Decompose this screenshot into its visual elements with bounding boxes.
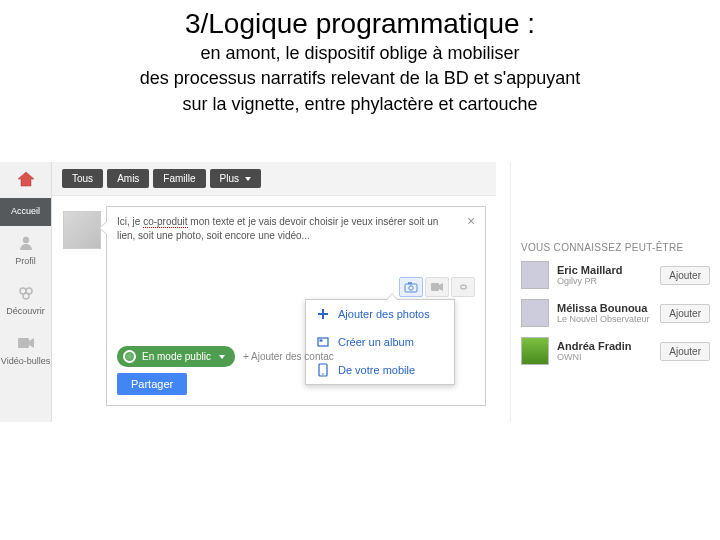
tab-famille[interactable]: Famille xyxy=(153,169,205,188)
sidebar-item-profil[interactable]: Profil xyxy=(0,226,51,276)
attach-photo-button[interactable] xyxy=(399,277,423,297)
visibility-pill[interactable]: En mode public xyxy=(117,346,235,367)
stream-tabs: Tous Amis Famille Plus xyxy=(52,162,496,196)
share-row: Partager xyxy=(117,373,187,395)
avatar xyxy=(521,299,549,327)
sidebar-item-accueil[interactable]: Accueil xyxy=(0,198,51,226)
left-sidebar: Accueil Profil Découvrir Vidéo-bulles xyxy=(0,162,52,422)
tab-plus[interactable]: Plus xyxy=(210,169,261,188)
visibility-label: En mode public xyxy=(142,351,211,362)
visibility-row: En mode public + Ajouter des contac xyxy=(117,346,334,367)
slide-subtitle-2: des processus narratifs relevant de la B… xyxy=(0,67,720,90)
composer-text[interactable]: Ici, je co-produit mon texte et je vais … xyxy=(107,207,485,251)
add-button[interactable]: Ajouter xyxy=(660,266,710,285)
attach-link-button[interactable] xyxy=(451,277,475,297)
person-org: Le Nouvel Observateur xyxy=(557,314,652,324)
person-org: OWNI xyxy=(557,352,652,362)
add-button[interactable]: Ajouter xyxy=(660,342,710,361)
camera-icon xyxy=(404,281,418,293)
home-icon xyxy=(16,170,36,188)
svg-point-12 xyxy=(322,373,324,375)
tab-label: Plus xyxy=(220,173,239,184)
suggestion-row: Mélissa Bounoua Le Nouvel Observateur Aj… xyxy=(521,299,710,327)
video-icon xyxy=(430,282,444,292)
sidebar-label: Accueil xyxy=(11,206,40,216)
share-button[interactable]: Partager xyxy=(117,373,187,395)
screenshot-app: Accueil Profil Découvrir Vidéo-bulles To… xyxy=(0,162,720,422)
dropdown-label: Ajouter des photos xyxy=(338,308,430,320)
dropdown-add-photos[interactable]: Ajouter des photos xyxy=(306,300,454,328)
dropdown-label: De votre mobile xyxy=(338,364,415,376)
avatar xyxy=(521,337,549,365)
avatar xyxy=(521,261,549,289)
tab-tous[interactable]: Tous xyxy=(62,169,103,188)
text-part: Ici, je xyxy=(117,216,143,227)
right-column: VOUS CONNAISSEZ PEUT-ÊTRE Eric Maillard … xyxy=(510,162,720,422)
add-contacts-hint[interactable]: + Ajouter des contac xyxy=(243,351,334,362)
svg-rect-4 xyxy=(18,338,29,348)
sidebar-item-videobulles[interactable]: Vidéo-bulles xyxy=(0,326,51,376)
person-name: Eric Maillard xyxy=(557,264,652,276)
person-info: Eric Maillard Ogilvy PR xyxy=(557,264,652,286)
link-icon xyxy=(456,282,470,292)
post-composer: × Ici, je co-produit mon texte et je vai… xyxy=(106,206,486,406)
person-org: Ogilvy PR xyxy=(557,276,652,286)
main-column: Tous Amis Famille Plus × Ici, je co-prod… xyxy=(52,162,496,422)
person-info: Mélissa Bounoua Le Nouvel Observateur xyxy=(557,302,652,324)
sidebar-label: Découvrir xyxy=(6,306,45,316)
tab-amis[interactable]: Amis xyxy=(107,169,149,188)
attach-video-button[interactable] xyxy=(425,277,449,297)
chevron-down-icon xyxy=(219,355,225,359)
svg-point-3 xyxy=(23,293,29,299)
suggestion-row: Andréa Fradin OWNI Ajouter xyxy=(521,337,710,365)
svg-rect-8 xyxy=(431,283,439,291)
speech-pointer xyxy=(99,221,107,235)
sidebar-label: Vidéo-bulles xyxy=(1,356,50,366)
person-name: Mélissa Bounoua xyxy=(557,302,652,314)
slide-subtitle-3: sur la vignette, entre phylactère et car… xyxy=(0,93,720,116)
add-button[interactable]: Ajouter xyxy=(660,304,710,323)
attachment-toolbar xyxy=(399,277,475,297)
dropdown-label: Créer un album xyxy=(338,336,414,348)
dropdown-pointer xyxy=(386,293,398,300)
slide-subtitle-1: en amont, le dispositif oblige à mobilis… xyxy=(0,42,720,65)
globe-icon xyxy=(123,350,136,363)
svg-rect-10 xyxy=(320,340,323,342)
sidebar-label: Profil xyxy=(15,256,36,266)
sidebar-item-home-top[interactable] xyxy=(0,162,51,198)
slide-heading: 3/Logique programmatique : en amont, le … xyxy=(0,0,720,116)
svg-rect-5 xyxy=(405,284,417,292)
video-icon xyxy=(16,334,36,352)
person-info: Andréa Fradin OWNI xyxy=(557,340,652,362)
profile-icon xyxy=(16,234,36,252)
user-avatar xyxy=(63,211,101,249)
svg-rect-7 xyxy=(408,282,412,284)
svg-point-0 xyxy=(22,237,28,243)
chevron-down-icon xyxy=(245,177,251,181)
svg-rect-9 xyxy=(318,338,328,346)
suggestion-row: Eric Maillard Ogilvy PR Ajouter xyxy=(521,261,710,289)
suggestions-title: VOUS CONNAISSEZ PEUT-ÊTRE xyxy=(521,242,710,253)
sidebar-item-decouvrir[interactable]: Découvrir xyxy=(0,276,51,326)
plus-icon xyxy=(316,307,330,321)
circles-icon xyxy=(16,284,36,302)
photo-dropdown: Ajouter des photos Créer un album De vot… xyxy=(305,299,455,385)
svg-point-6 xyxy=(409,286,413,290)
person-name: Andréa Fradin xyxy=(557,340,652,352)
text-error: co-produit xyxy=(143,216,187,228)
slide-title: 3/Logique programmatique : xyxy=(0,8,720,40)
